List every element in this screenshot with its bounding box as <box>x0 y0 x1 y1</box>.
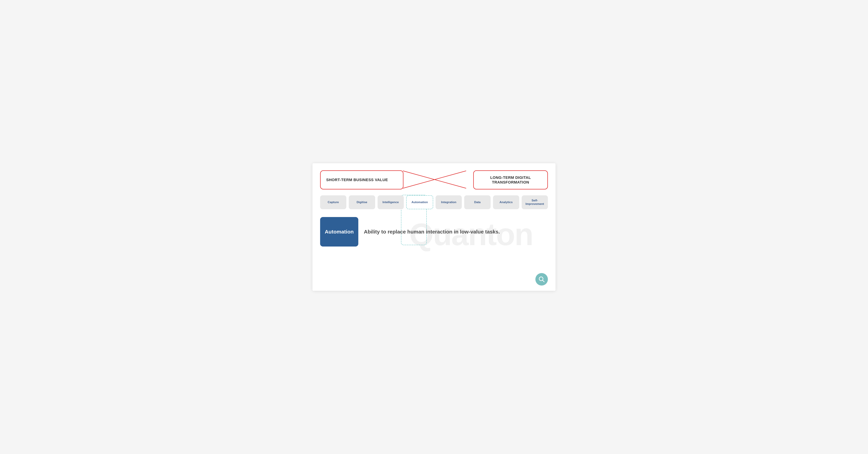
pill-self-improvement-label: Self-Improvement <box>526 199 544 206</box>
svg-line-3 <box>542 280 544 282</box>
quanton-logo-icon <box>538 275 545 283</box>
automation-box: Automation <box>320 217 358 247</box>
pill-automation[interactable]: Automation <box>406 195 433 209</box>
pill-intelligence-label: Intelligence <box>382 200 399 204</box>
pill-capture-label: Capture <box>328 200 339 204</box>
automation-box-label: Automation <box>325 229 354 235</box>
pill-analytics[interactable]: Analytics <box>493 195 519 209</box>
banner-left: SHORT-TERM BUSINESS VALUE <box>320 170 403 189</box>
pill-integration-label: Integration <box>441 200 456 204</box>
banner-left-text: SHORT-TERM BUSINESS VALUE <box>326 177 388 182</box>
pill-data-label: Data <box>474 200 480 204</box>
description-area: Ability to replace human interaction in … <box>364 217 548 247</box>
pill-self-improvement[interactable]: Self-Improvement <box>522 195 548 209</box>
pill-intelligence[interactable]: Intelligence <box>378 195 404 209</box>
banner-right-text: LONG-TERM DIGITAL TRANSFORMATION <box>480 175 541 185</box>
automation-description: Ability to replace human interaction in … <box>364 228 500 235</box>
pill-automation-label: Automation <box>411 200 428 204</box>
banner-right: LONG-TERM DIGITAL TRANSFORMATION <box>473 170 548 189</box>
pill-digitise-label: Digitise <box>356 200 367 204</box>
pill-data[interactable]: Data <box>464 195 490 209</box>
slide: Quanton SHORT-TERM BUSINESS VALUE LONG-T… <box>312 163 556 291</box>
pills-row: Capture Digitise Intelligence Automation… <box>320 195 548 209</box>
bottom-content: Automation Ability to replace human inte… <box>320 217 548 247</box>
pill-capture[interactable]: Capture <box>320 195 346 209</box>
pill-analytics-label: Analytics <box>499 200 513 204</box>
banners-row: SHORT-TERM BUSINESS VALUE LONG-TERM DIGI… <box>320 169 548 190</box>
quanton-logo <box>535 273 548 286</box>
pill-integration[interactable]: Integration <box>436 195 462 209</box>
pill-digitise[interactable]: Digitise <box>349 195 375 209</box>
